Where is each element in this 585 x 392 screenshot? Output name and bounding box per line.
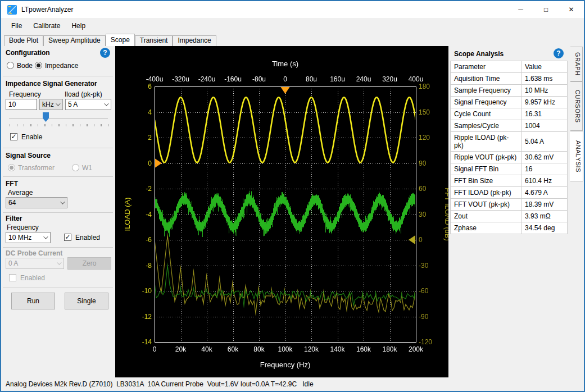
signal-source-title: Signal Source bbox=[6, 152, 51, 159]
parameter-cell: Sample Frequency bbox=[451, 85, 521, 97]
menu-file[interactable]: File bbox=[6, 19, 28, 33]
w1-radio-label: W1 bbox=[82, 164, 92, 172]
average-label: Average bbox=[8, 189, 33, 197]
parameter-cell: Zout bbox=[451, 211, 521, 222]
value-cell: 4.679 A bbox=[521, 187, 568, 199]
filter-enabled-checkbox[interactable]: ✓ bbox=[64, 234, 71, 241]
parameter-cell: FFT VOUT (pk-pk) bbox=[451, 199, 521, 211]
table-row: Ripple ILOAD (pk-pk) 5.04 A bbox=[451, 132, 568, 152]
value-cell: 5.04 A bbox=[521, 132, 568, 152]
tab-strip: Bode Plot Sweep Amplitude Scope Transien… bbox=[1, 34, 584, 46]
parameter-cell: Cycle Count bbox=[451, 108, 521, 120]
table-row: Aquisition Time 1.638 ms bbox=[451, 73, 568, 85]
value-cell: 1004 bbox=[521, 120, 568, 132]
value-cell: 16.31 bbox=[521, 108, 568, 120]
separator bbox=[3, 76, 113, 76]
parameter-cell: Samples/Cycle bbox=[451, 120, 521, 132]
transformer-radio bbox=[8, 164, 15, 171]
title-bar: LTpowerAnalyzer ─ □ ✕ bbox=[1, 1, 584, 18]
column-value: Value bbox=[521, 61, 568, 73]
filter-enabled-label: Enabled bbox=[75, 234, 100, 241]
impedance-radio[interactable] bbox=[35, 62, 42, 69]
table-row: Signal FFT Bin 16 bbox=[451, 163, 568, 175]
scope-plot[interactable] bbox=[115, 46, 448, 377]
table-row: Ripple VOUT (pk-pk) 30.62 mV bbox=[451, 152, 568, 163]
column-parameter: Parameter bbox=[451, 61, 521, 73]
tab-sweep-amplitude[interactable]: Sweep Amplitude bbox=[43, 35, 106, 46]
value-cell: 34.54 deg bbox=[521, 222, 568, 234]
tab-impedance[interactable]: Impedance bbox=[173, 35, 216, 46]
frequency-unit-select[interactable]: kHz bbox=[39, 99, 63, 110]
analysis-help-icon[interactable]: ? bbox=[554, 48, 564, 58]
run-button[interactable]: Run bbox=[11, 293, 55, 309]
chevron-down-icon bbox=[43, 234, 48, 239]
table-header-row: Parameter Value bbox=[451, 61, 568, 73]
slider-tick-marks bbox=[10, 124, 109, 126]
value-cell: 3.93 mΩ bbox=[521, 211, 568, 222]
table-row: Zout 3.93 mΩ bbox=[451, 211, 568, 222]
menu-bar: File Calibrate Help bbox=[1, 18, 584, 34]
side-tab-analysis[interactable]: ANALYSIS bbox=[570, 131, 583, 181]
minimize-button[interactable]: ─ bbox=[508, 1, 533, 18]
impedance-radio-label: Impedance bbox=[45, 62, 78, 70]
analysis-panel: Scope Analysis ? Parameter Value Aquisit… bbox=[448, 46, 570, 377]
parameter-cell: FFT Bin Size bbox=[451, 175, 521, 187]
app-icon bbox=[7, 5, 17, 15]
parameter-cell: Signal FFT Bin bbox=[451, 163, 521, 175]
zero-button: Zero bbox=[67, 257, 111, 270]
transformer-radio-label: Transformer bbox=[18, 164, 55, 172]
side-tab-cursors[interactable]: CURSORS bbox=[570, 81, 583, 131]
parameter-cell: Zphase bbox=[451, 222, 521, 234]
value-cell: 10 MHz bbox=[521, 85, 568, 97]
parameter-cell: Signal Frequency bbox=[451, 97, 521, 108]
frequency-input[interactable] bbox=[6, 99, 37, 110]
frequency-unit-value: kHz bbox=[42, 101, 54, 108]
menu-calibrate[interactable]: Calibrate bbox=[28, 19, 66, 33]
separator bbox=[3, 212, 113, 213]
separator bbox=[3, 247, 113, 248]
parameter-cell: Ripple VOUT (pk-pk) bbox=[451, 152, 521, 163]
frequency-slider-handle[interactable] bbox=[43, 112, 49, 122]
sidebar: Configuration ? Bode Impedance Impedance… bbox=[1, 46, 115, 377]
maximize-button[interactable]: □ bbox=[533, 1, 559, 18]
close-button[interactable]: ✕ bbox=[559, 1, 584, 18]
fft-title: FFT bbox=[6, 180, 18, 188]
value-cell: 610.4 Hz bbox=[521, 175, 568, 187]
table-row: FFT ILOAD (pk-pk) 4.679 A bbox=[451, 187, 568, 199]
enable-checkbox-label: Enable bbox=[21, 133, 42, 141]
table-row: FFT VOUT (pk-pk) 18.39 mV bbox=[451, 199, 568, 211]
filter-frequency-value: 10 MHz bbox=[8, 234, 31, 241]
average-select[interactable]: 64 bbox=[6, 197, 67, 208]
parameter-cell: Ripple ILOAD (pk-pk) bbox=[451, 132, 521, 152]
table-row: Signal Frequency 9.957 kHz bbox=[451, 97, 568, 108]
menu-help[interactable]: Help bbox=[66, 19, 91, 33]
table-row: Sample Frequency 10 MHz bbox=[451, 85, 568, 97]
tab-scope[interactable]: Scope bbox=[106, 34, 135, 46]
dc-probe-select: 0 A bbox=[6, 258, 64, 269]
filter-frequency-label: Frequency bbox=[7, 224, 39, 231]
separator bbox=[3, 148, 113, 148]
value-cell: 30.62 mV bbox=[521, 152, 568, 163]
configuration-help-icon[interactable]: ? bbox=[100, 48, 110, 58]
analysis-panel-title: Scope Analysis bbox=[454, 50, 504, 58]
bode-radio-label: Bode bbox=[17, 62, 33, 70]
dc-probe-title: DC Probe Current bbox=[6, 249, 62, 257]
single-button[interactable]: Single bbox=[65, 293, 108, 309]
chevron-down-icon bbox=[56, 101, 60, 106]
bode-radio[interactable] bbox=[7, 62, 14, 69]
separator bbox=[3, 176, 113, 177]
enable-checkbox[interactable]: ✓ bbox=[10, 133, 17, 140]
status-text: Analog Devices M2k Rev.D (Z7010) LB3031A… bbox=[1, 380, 314, 388]
filter-frequency-select[interactable]: 10 MHz bbox=[6, 232, 51, 243]
filter-title: Filter bbox=[6, 215, 22, 222]
status-bar: Analog Devices M2k Rev.D (Z7010) LB3031A… bbox=[1, 377, 584, 391]
table-row: FFT Bin Size 610.4 Hz bbox=[451, 175, 568, 187]
dc-probe-enabled-label: Enabled bbox=[20, 274, 45, 282]
tab-transient[interactable]: Transient bbox=[135, 35, 173, 46]
average-value: 64 bbox=[8, 199, 16, 207]
iload-select[interactable]: 5 A bbox=[65, 99, 111, 110]
side-tab-graph[interactable]: GRAPH bbox=[570, 47, 583, 81]
parameter-cell: FFT ILOAD (pk-pk) bbox=[451, 187, 521, 199]
frequency-slider[interactable] bbox=[9, 118, 108, 119]
tab-bode-plot[interactable]: Bode Plot bbox=[4, 35, 43, 46]
